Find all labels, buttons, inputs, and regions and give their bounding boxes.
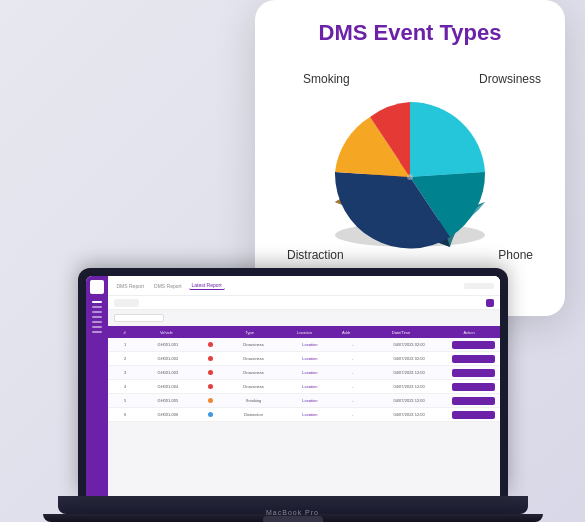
sidebar-icon-settings[interactable] <box>92 316 102 318</box>
scene: DMS Event Types <box>0 0 585 522</box>
tab-latest-report[interactable]: Latest Report <box>189 281 225 290</box>
action-button[interactable] <box>452 355 496 363</box>
laptop-notch <box>263 516 323 522</box>
cell-vehicle: GH001-005 <box>141 398 195 403</box>
table-header: # Vehicle Type Location Addr Date/Time A… <box>108 326 500 338</box>
cell-address: - <box>339 342 366 347</box>
cell-type: Drowsiness <box>226 370 280 375</box>
table-row: 3 GH001-003 Drowsiness Location - 04/07/… <box>108 366 500 380</box>
sidebar-icon-reports[interactable] <box>92 306 102 308</box>
chart-area: Smoking Drowsiness Phone Distraction <box>279 62 541 292</box>
label-phone: Phone <box>498 248 533 262</box>
label-distraction: Distraction <box>287 248 344 262</box>
dot-orange <box>208 398 213 403</box>
cell-address: - <box>339 384 366 389</box>
tab-dms-report-1[interactable]: DMS Report <box>114 282 148 290</box>
cell-location[interactable]: Location <box>283 356 337 361</box>
cell-num: 3 <box>112 370 139 375</box>
cell-event-icon <box>197 356 224 362</box>
cell-location[interactable]: Location <box>283 398 337 403</box>
app-header: DMS Report DMS Report Latest Report <box>108 276 500 296</box>
search-input[interactable] <box>114 314 164 322</box>
table-row: 1 GH001-001 Drowsiness Location - 04/07/… <box>108 338 500 352</box>
cell-type: Drowsiness <box>226 356 280 361</box>
col-address: Addr <box>333 330 359 335</box>
cell-location[interactable]: Location <box>283 370 337 375</box>
cell-vehicle: GH001-004 <box>141 384 195 389</box>
table-row: 4 GH001-004 Drowsiness Location - 04/07/… <box>108 380 500 394</box>
action-button[interactable] <box>452 341 496 349</box>
cell-address: - <box>339 370 366 375</box>
cell-event-icon <box>197 342 224 348</box>
sidebar-icon-help[interactable] <box>92 331 102 333</box>
cell-event-icon <box>197 412 224 418</box>
cell-datetime: 04/07/2023 02:00 <box>368 342 450 347</box>
sidebar-icon-alerts[interactable] <box>92 311 102 313</box>
col-datetime: Date/Time <box>361 330 440 335</box>
sidebar-icon-users[interactable] <box>92 321 102 323</box>
label-smoking: Smoking <box>303 72 350 86</box>
cell-vehicle: GH001-001 <box>141 342 195 347</box>
cell-location[interactable]: Location <box>283 342 337 347</box>
cell-type: Drowsiness <box>226 342 280 347</box>
cell-event-icon <box>197 370 224 376</box>
table-row: 6 GH001-006 Distraction Location - 04/07… <box>108 408 500 422</box>
chart-labels: Smoking Drowsiness Phone Distraction <box>279 62 541 292</box>
dot-red <box>208 384 213 389</box>
table-row: 2 GH001-002 Drowsiness Location - 04/07/… <box>108 352 500 366</box>
app-toolbar <box>108 296 500 310</box>
app-sidebar <box>86 276 108 496</box>
laptop-screen: DMS Report DMS Report Latest Report <box>86 276 500 496</box>
cell-address: - <box>339 356 366 361</box>
dot-red <box>208 356 213 361</box>
dot-red <box>208 342 213 347</box>
label-drowsiness: Drowsiness <box>479 72 541 86</box>
cell-address: - <box>339 398 366 403</box>
sidebar-icon-charts[interactable] <box>92 326 102 328</box>
action-button[interactable] <box>452 369 496 377</box>
header-filter-input[interactable] <box>464 283 494 289</box>
cell-event-icon <box>197 384 224 390</box>
toolbar-vehicle-select[interactable] <box>114 299 139 307</box>
cell-num: 4 <box>112 384 139 389</box>
app-ui: DMS Report DMS Report Latest Report <box>86 276 500 496</box>
col-type: Type <box>223 330 276 335</box>
cell-vehicle: GH001-006 <box>141 412 195 417</box>
cell-event-icon <box>197 398 224 404</box>
action-button[interactable] <box>452 411 496 419</box>
cell-num: 1 <box>112 342 139 347</box>
chart-title: DMS Event Types <box>279 20 541 46</box>
cell-address: - <box>339 412 366 417</box>
cell-type: Smoking <box>226 398 280 403</box>
laptop: DMS Report DMS Report Latest Report <box>0 268 585 522</box>
export-button[interactable] <box>486 299 494 307</box>
cell-num: 6 <box>112 412 139 417</box>
laptop-base: MacBook Pro <box>58 496 528 514</box>
table-row: 5 GH001-005 Smoking Location - 04/07/202… <box>108 394 500 408</box>
laptop-screen-outer: DMS Report DMS Report Latest Report <box>78 268 508 496</box>
col-action: Action <box>443 330 496 335</box>
cell-datetime: 04/07/2023 12:00 <box>368 412 450 417</box>
cell-vehicle: GH001-003 <box>141 370 195 375</box>
dot-blue <box>208 412 213 417</box>
tab-dms-report-2[interactable]: DMS Report <box>151 282 185 290</box>
cell-datetime: 04/07/2023 12:00 <box>368 384 450 389</box>
cell-num: 2 <box>112 356 139 361</box>
cell-location[interactable]: Location <box>283 384 337 389</box>
macbook-label: MacBook Pro <box>266 509 319 516</box>
action-button[interactable] <box>452 397 496 405</box>
col-vehicle: Vehicle <box>140 330 193 335</box>
col-num: # <box>112 330 138 335</box>
cell-vehicle: GH001-002 <box>141 356 195 361</box>
cell-type: Distraction <box>226 412 280 417</box>
dot-red <box>208 370 213 375</box>
sidebar-icon-home[interactable] <box>92 301 102 303</box>
cell-num: 5 <box>112 398 139 403</box>
search-bar <box>108 310 500 326</box>
action-button[interactable] <box>452 383 496 391</box>
cell-location[interactable]: Location <box>283 412 337 417</box>
cell-type: Drowsiness <box>226 384 280 389</box>
col-location: Location <box>278 330 331 335</box>
cell-datetime: 04/07/2023 02:00 <box>368 356 450 361</box>
cell-datetime: 04/07/2023 12:00 <box>368 370 450 375</box>
